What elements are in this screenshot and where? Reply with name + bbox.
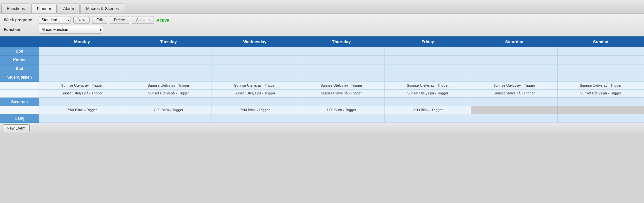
table-cell[interactable]: Sunset Utelys på - Trigger [471,90,557,97]
table-cell[interactable] [212,47,298,56]
table-cell[interactable] [125,56,212,64]
program-select-wrapper: Standard [39,16,71,24]
table-cell[interactable]: 7:00 Blink - Trigger [384,106,471,114]
table-cell[interactable] [557,97,644,106]
table-cell[interactable]: 7:00 Blink - Trigger [212,106,298,114]
table-cell[interactable]: Sunrise Utelys av - Trigger [557,82,644,90]
table-cell[interactable]: Sunrise Utelys av - Trigger [384,82,471,90]
table-cell[interactable] [125,97,212,106]
table-cell[interactable] [212,97,298,106]
table-cell[interactable] [39,64,125,73]
table-cell[interactable] [212,73,298,82]
table-cell[interactable]: 7:00 Blink - Trigger [298,106,384,114]
table-cell[interactable] [39,47,125,56]
tab-planner[interactable]: Planner [31,4,57,13]
table-cell[interactable] [471,56,557,64]
table-cell[interactable]: 7:00 Blink - Trigger [125,106,212,114]
header-monday: Monday [39,37,125,47]
table-cell[interactable] [298,114,384,123]
header-tuesday: Tuesday [125,37,212,47]
table-cell [557,106,644,114]
table-cell[interactable] [298,73,384,82]
table-cell [471,106,557,114]
table-cell[interactable] [384,73,471,82]
table-cell[interactable] [298,47,384,56]
bottom-bar: New Event [0,123,644,133]
table-cell[interactable]: Sunset Utelys på - Trigger [212,90,298,97]
table-cell[interactable]: Sunset Utelys på - Trigger [298,90,384,97]
controls-bar: Week-program: Standard New Edit Delete A… [0,14,644,36]
table-cell[interactable] [212,64,298,73]
table-cell[interactable] [471,73,557,82]
table-row-label [0,82,39,90]
table-cell[interactable] [557,47,644,56]
row-header-gang: Gang [0,114,39,123]
planner-content: Monday Tuesday Wednesday Thursday Friday… [0,36,644,123]
program-select[interactable]: Standard [39,16,71,24]
table-cell[interactable]: Sunrise Utelys av - Trigger [212,82,298,90]
table-cell[interactable] [557,114,644,123]
table-cell[interactable]: Sunset Utelys på - Trigger [384,90,471,97]
table-cell[interactable] [125,47,212,56]
header-saturday: Saturday [471,37,557,47]
table-cell[interactable] [557,56,644,64]
header-wednesday: Wednesday [212,37,298,47]
table-cell[interactable] [298,97,384,106]
table-cell[interactable] [471,64,557,73]
table-cell[interactable] [298,56,384,64]
table-cell[interactable] [125,64,212,73]
header-sunday: Sunday [557,37,644,47]
row-header-kontor: Kontor [0,56,39,64]
row-header-bad: Bad [0,64,39,73]
row-header-bod: Bod [0,47,39,56]
table-cell[interactable] [125,73,212,82]
status-active: Active [156,18,169,23]
table-cell[interactable] [39,73,125,82]
table-cell[interactable] [125,114,212,123]
activate-button[interactable]: Activate [132,16,154,24]
table-row-label [0,90,39,97]
table-cell[interactable] [384,97,471,106]
table-cell[interactable]: Sunrise Utelys av - Trigger [471,82,557,90]
table-cell[interactable]: Sunset Utelys på - Trigger [39,90,125,97]
function-select[interactable]: Macro Function [39,26,103,34]
table-cell[interactable]: Sunrise Utelys av - Trigger [39,82,125,90]
table-cell[interactable] [212,56,298,64]
table-cell[interactable] [384,64,471,73]
tab-macros-scenes[interactable]: Macros & Scenes [80,4,124,13]
edit-button[interactable]: Edit [92,16,107,24]
header-thursday: Thursday [298,37,384,47]
table-cell[interactable] [557,73,644,82]
header-friday: Friday [384,37,471,47]
table-cell[interactable] [384,47,471,56]
table-cell[interactable] [471,47,557,56]
tab-alarm[interactable]: Alarm [58,4,80,13]
header-empty [0,37,39,47]
table-cell[interactable] [39,56,125,64]
table-cell[interactable] [471,97,557,106]
table-cell[interactable]: 7:00 Blink - Trigger [39,106,125,114]
table-cell[interactable] [557,64,644,73]
delete-button[interactable]: Delete [110,16,129,24]
table-cell[interactable]: Sunrise Utelys av - Trigger [125,82,212,90]
function-row: Function: Macro Function [4,26,640,34]
new-event-button[interactable]: New Event [3,124,30,132]
table-cell[interactable] [39,97,125,106]
tab-functions[interactable]: Functions [1,4,30,13]
table-cell[interactable] [471,114,557,123]
row-header-stue-kj-kken: Stue/Kjøkken [0,73,39,82]
function-select-wrapper: Macro Function [39,26,103,34]
table-cell[interactable] [384,56,471,64]
table-cell[interactable] [298,64,384,73]
planner-table: Monday Tuesday Wednesday Thursday Friday… [0,36,644,123]
table-cell[interactable]: Sunrise Utelys av - Trigger [298,82,384,90]
week-program-row: Week-program: Standard New Edit Delete A… [4,16,640,24]
table-cell[interactable] [39,114,125,123]
tab-bar: Functions Planner Alarm Macros & Scenes [0,0,644,14]
table-cell[interactable]: Sunset Utelys på - Trigger [557,90,644,97]
table-cell[interactable]: Sunset Utelys på - Trigger [125,90,212,97]
new-button[interactable]: New [73,16,90,24]
function-label: Function: [4,27,36,32]
table-cell[interactable] [212,114,298,123]
table-cell[interactable] [384,114,471,123]
